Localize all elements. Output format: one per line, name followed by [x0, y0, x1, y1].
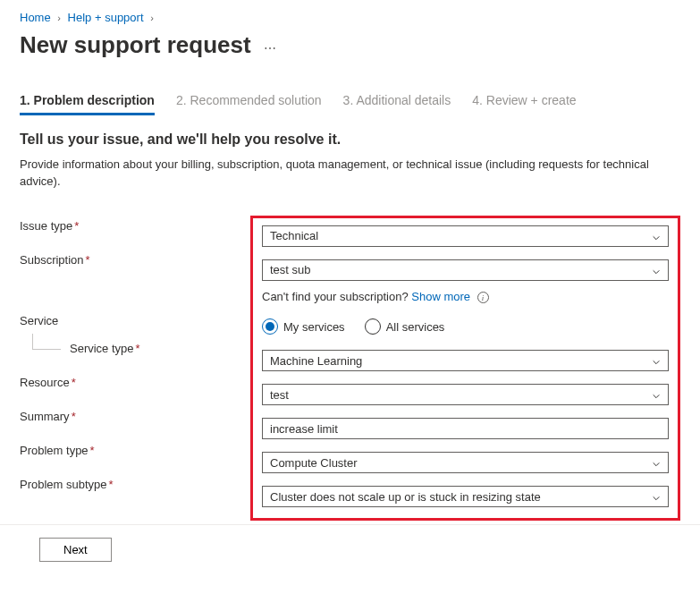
breadcrumb-home[interactable]: Home — [20, 11, 51, 24]
required-mark: * — [136, 342, 140, 355]
issue-type-value: Technical — [270, 229, 318, 242]
service-type-select[interactable]: Machine Learning — [262, 350, 669, 371]
breadcrumb-help-support[interactable]: Help + support — [68, 11, 144, 24]
tab-additional-details[interactable]: 3. Additional details — [343, 93, 451, 115]
chevron-down-icon — [652, 458, 661, 467]
chevron-down-icon — [652, 232, 661, 241]
wizard-tabs: 1. Problem description 2. Recommended so… — [20, 93, 680, 115]
radio-my-services-label: My services — [283, 320, 345, 334]
required-mark: * — [90, 444, 95, 457]
radio-my-services[interactable]: My services — [262, 318, 345, 335]
chevron-right-icon: › — [150, 13, 154, 23]
chevron-down-icon — [652, 390, 661, 399]
label-service-type: Service type — [70, 342, 134, 355]
tab-problem-description[interactable]: 1. Problem description — [20, 93, 155, 115]
subscription-select[interactable]: test sub — [262, 259, 669, 281]
issue-type-select[interactable]: Technical — [262, 225, 669, 247]
label-resource: Resource — [20, 376, 70, 389]
radio-icon-unselected — [365, 318, 381, 335]
problem-subtype-value: Cluster does not scale up or is stuck in… — [270, 490, 541, 504]
form-highlight-box: Technical test sub Can't find your subsc… — [250, 216, 680, 522]
required-mark: * — [74, 219, 79, 233]
required-mark: * — [72, 376, 76, 389]
tab-review-create[interactable]: 4. Review + create — [472, 93, 576, 115]
resource-select[interactable]: test — [262, 384, 669, 405]
chevron-down-icon — [652, 492, 661, 501]
page-title: New support request — [20, 31, 251, 59]
required-mark: * — [109, 478, 114, 491]
required-mark: * — [72, 410, 76, 423]
summary-input[interactable]: increase limit — [262, 418, 669, 439]
problem-subtype-select[interactable]: Cluster does not scale up or is stuck in… — [262, 486, 669, 507]
tree-branch-icon — [32, 334, 61, 350]
info-icon[interactable]: i — [477, 292, 489, 303]
section-heading: Tell us your issue, and we'll help you r… — [20, 132, 680, 148]
more-actions-icon[interactable]: ⋯ — [264, 36, 278, 55]
radio-all-services-label: All services — [386, 320, 445, 334]
breadcrumb: Home › Help + support › — [20, 11, 680, 24]
chevron-right-icon: › — [57, 13, 61, 23]
section-description: Provide information about your billing, … — [20, 157, 680, 191]
service-type-value: Machine Learning — [270, 354, 362, 368]
resource-value: test — [270, 388, 289, 402]
label-issue-type: Issue type — [20, 219, 72, 233]
subscription-helper: Can't find your subscription? Show more … — [262, 290, 669, 304]
label-summary: Summary — [20, 410, 70, 423]
tab-recommended-solution[interactable]: 2. Recommended solution — [176, 93, 322, 115]
chevron-down-icon — [652, 356, 661, 365]
label-problem-subtype: Problem subtype — [20, 478, 107, 491]
problem-type-select[interactable]: Compute Cluster — [262, 452, 669, 473]
label-service: Service — [20, 314, 58, 327]
radio-icon-selected — [262, 318, 278, 335]
service-scope-radio-group: My services All services — [262, 318, 444, 335]
required-mark: * — [86, 253, 90, 267]
label-subscription: Subscription — [20, 253, 84, 267]
show-more-link[interactable]: Show more — [411, 290, 470, 303]
next-button[interactable]: Next — [39, 538, 112, 562]
summary-value: increase limit — [270, 422, 338, 436]
chevron-down-icon — [652, 266, 661, 275]
subscription-value: test sub — [270, 263, 311, 276]
radio-all-services[interactable]: All services — [365, 318, 445, 335]
problem-type-value: Compute Cluster — [270, 456, 358, 470]
label-problem-type: Problem type — [20, 444, 89, 457]
